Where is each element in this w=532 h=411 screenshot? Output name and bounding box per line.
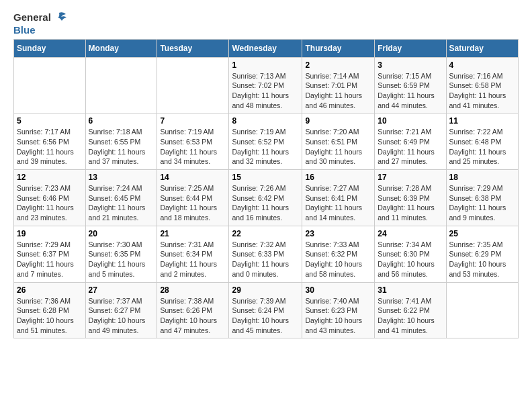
cell-content: Sunrise: 7:29 AM Sunset: 6:38 PM Dayligh… — [449, 183, 515, 223]
calendar-cell: 25Sunrise: 7:35 AM Sunset: 6:29 PM Dayli… — [446, 226, 518, 282]
day-number: 1 — [232, 60, 299, 70]
day-number: 7 — [160, 116, 226, 126]
calendar-cell: 30Sunrise: 7:40 AM Sunset: 6:23 PM Dayli… — [302, 282, 375, 338]
header: General Blue — [13, 10, 519, 36]
day-number: 13 — [89, 173, 154, 182]
calendar-cell: 26Sunrise: 7:36 AM Sunset: 6:28 PM Dayli… — [14, 282, 86, 338]
day-number: 26 — [17, 285, 83, 295]
logo: General Blue — [13, 10, 67, 36]
day-number: 19 — [17, 229, 83, 238]
day-number: 10 — [378, 116, 443, 126]
cell-content: Sunrise: 7:27 AM Sunset: 6:41 PM Dayligh… — [305, 183, 371, 223]
calendar-cell: 13Sunrise: 7:24 AM Sunset: 6:45 PM Dayli… — [85, 170, 157, 226]
cell-content: Sunrise: 7:25 AM Sunset: 6:44 PM Dayligh… — [160, 183, 226, 223]
calendar-cell: 12Sunrise: 7:23 AM Sunset: 6:46 PM Dayli… — [14, 170, 86, 226]
day-number: 9 — [305, 116, 371, 126]
calendar-cell: 18Sunrise: 7:29 AM Sunset: 6:38 PM Dayli… — [446, 170, 518, 226]
calendar-cell: 4Sunrise: 7:16 AM Sunset: 6:58 PM Daylig… — [446, 57, 518, 113]
weekday-header-wednesday: Wednesday — [229, 39, 302, 57]
calendar-cell: 31Sunrise: 7:41 AM Sunset: 6:22 PM Dayli… — [375, 282, 446, 338]
day-number: 30 — [305, 285, 371, 295]
day-number: 27 — [89, 285, 154, 295]
cell-content: Sunrise: 7:38 AM Sunset: 6:26 PM Dayligh… — [160, 296, 226, 336]
cell-content: Sunrise: 7:39 AM Sunset: 6:24 PM Dayligh… — [232, 296, 299, 336]
calendar-cell: 9Sunrise: 7:20 AM Sunset: 6:51 PM Daylig… — [302, 113, 375, 170]
cell-content: Sunrise: 7:16 AM Sunset: 6:58 PM Dayligh… — [449, 71, 515, 111]
calendar-cell: 17Sunrise: 7:28 AM Sunset: 6:39 PM Dayli… — [375, 170, 446, 226]
calendar-cell: 24Sunrise: 7:34 AM Sunset: 6:30 PM Dayli… — [375, 226, 446, 282]
cell-content: Sunrise: 7:19 AM Sunset: 6:52 PM Dayligh… — [232, 127, 299, 167]
calendar-cell: 22Sunrise: 7:32 AM Sunset: 6:33 PM Dayli… — [229, 226, 302, 282]
cell-content: Sunrise: 7:23 AM Sunset: 6:46 PM Dayligh… — [17, 183, 83, 223]
calendar-container: General Blue SundayMondayTuesdayWednesda… — [0, 0, 532, 349]
cell-content: Sunrise: 7:21 AM Sunset: 6:49 PM Dayligh… — [378, 127, 443, 167]
cell-content: Sunrise: 7:19 AM Sunset: 6:53 PM Dayligh… — [160, 127, 226, 167]
day-number: 29 — [232, 285, 299, 295]
cell-content: Sunrise: 7:33 AM Sunset: 6:32 PM Dayligh… — [305, 240, 371, 279]
day-number: 28 — [160, 285, 226, 295]
day-number: 11 — [449, 116, 515, 126]
day-number: 12 — [17, 173, 83, 182]
day-number: 14 — [160, 173, 226, 182]
weekday-header-thursday: Thursday — [302, 39, 375, 57]
cell-content: Sunrise: 7:17 AM Sunset: 6:56 PM Dayligh… — [17, 127, 83, 167]
cell-content: Sunrise: 7:24 AM Sunset: 6:45 PM Dayligh… — [89, 183, 154, 223]
day-number: 18 — [449, 173, 515, 182]
weekday-header-saturday: Saturday — [446, 39, 518, 57]
calendar-cell: 15Sunrise: 7:26 AM Sunset: 6:42 PM Dayli… — [229, 170, 302, 226]
calendar-cell: 5Sunrise: 7:17 AM Sunset: 6:56 PM Daylig… — [14, 113, 86, 170]
day-number: 6 — [89, 116, 154, 126]
day-number: 3 — [378, 60, 443, 70]
cell-content: Sunrise: 7:34 AM Sunset: 6:30 PM Dayligh… — [378, 240, 443, 279]
cell-content: Sunrise: 7:32 AM Sunset: 6:33 PM Dayligh… — [232, 240, 299, 279]
logo-general: General — [13, 12, 51, 24]
calendar-cell — [85, 57, 157, 113]
cell-content: Sunrise: 7:18 AM Sunset: 6:55 PM Dayligh… — [89, 127, 154, 167]
calendar-cell: 23Sunrise: 7:33 AM Sunset: 6:32 PM Dayli… — [302, 226, 375, 282]
weekday-header-tuesday: Tuesday — [157, 39, 229, 57]
calendar-cell: 1Sunrise: 7:13 AM Sunset: 7:02 PM Daylig… — [229, 57, 302, 113]
day-number: 4 — [449, 60, 515, 70]
calendar-cell: 20Sunrise: 7:30 AM Sunset: 6:35 PM Dayli… — [85, 226, 157, 282]
calendar-cell: 14Sunrise: 7:25 AM Sunset: 6:44 PM Dayli… — [157, 170, 229, 226]
day-number: 24 — [378, 229, 443, 238]
cell-content: Sunrise: 7:22 AM Sunset: 6:48 PM Dayligh… — [449, 127, 515, 167]
weekday-header-monday: Monday — [85, 39, 157, 57]
cell-content: Sunrise: 7:40 AM Sunset: 6:23 PM Dayligh… — [305, 296, 371, 336]
day-number: 21 — [160, 229, 226, 238]
cell-content: Sunrise: 7:30 AM Sunset: 6:35 PM Dayligh… — [89, 240, 154, 279]
day-number: 15 — [232, 173, 299, 182]
cell-content: Sunrise: 7:41 AM Sunset: 6:22 PM Dayligh… — [378, 296, 443, 336]
day-number: 2 — [305, 60, 371, 70]
calendar-cell: 11Sunrise: 7:22 AM Sunset: 6:48 PM Dayli… — [446, 113, 518, 170]
cell-content: Sunrise: 7:20 AM Sunset: 6:51 PM Dayligh… — [305, 127, 371, 167]
day-number: 23 — [305, 229, 371, 238]
calendar-cell: 3Sunrise: 7:15 AM Sunset: 6:59 PM Daylig… — [375, 57, 446, 113]
calendar-cell: 27Sunrise: 7:37 AM Sunset: 6:27 PM Dayli… — [85, 282, 157, 338]
cell-content: Sunrise: 7:13 AM Sunset: 7:02 PM Dayligh… — [232, 71, 299, 111]
day-number: 20 — [89, 229, 154, 238]
cell-content: Sunrise: 7:31 AM Sunset: 6:34 PM Dayligh… — [160, 240, 226, 279]
cell-content: Sunrise: 7:35 AM Sunset: 6:29 PM Dayligh… — [449, 240, 515, 279]
calendar-cell — [157, 57, 229, 113]
cell-content: Sunrise: 7:36 AM Sunset: 6:28 PM Dayligh… — [17, 296, 83, 336]
weekday-header-sunday: Sunday — [14, 39, 86, 57]
calendar-cell: 10Sunrise: 7:21 AM Sunset: 6:49 PM Dayli… — [375, 113, 446, 170]
calendar-table: SundayMondayTuesdayWednesdayThursdayFrid… — [13, 39, 519, 339]
calendar-cell — [14, 57, 86, 113]
calendar-cell: 21Sunrise: 7:31 AM Sunset: 6:34 PM Dayli… — [157, 226, 229, 282]
calendar-cell: 19Sunrise: 7:29 AM Sunset: 6:37 PM Dayli… — [14, 226, 86, 282]
cell-content: Sunrise: 7:28 AM Sunset: 6:39 PM Dayligh… — [378, 183, 443, 223]
cell-content: Sunrise: 7:15 AM Sunset: 6:59 PM Dayligh… — [378, 71, 443, 111]
day-number: 16 — [305, 173, 371, 182]
day-number: 31 — [378, 285, 443, 295]
calendar-cell: 28Sunrise: 7:38 AM Sunset: 6:26 PM Dayli… — [157, 282, 229, 338]
day-number: 17 — [378, 173, 443, 182]
cell-content: Sunrise: 7:37 AM Sunset: 6:27 PM Dayligh… — [89, 296, 154, 336]
logo-blue: Blue — [13, 25, 67, 36]
cell-content: Sunrise: 7:14 AM Sunset: 7:01 PM Dayligh… — [305, 71, 371, 111]
calendar-cell: 7Sunrise: 7:19 AM Sunset: 6:53 PM Daylig… — [157, 113, 229, 170]
calendar-cell: 8Sunrise: 7:19 AM Sunset: 6:52 PM Daylig… — [229, 113, 302, 170]
cell-content: Sunrise: 7:29 AM Sunset: 6:37 PM Dayligh… — [17, 240, 83, 279]
day-number: 8 — [232, 116, 299, 126]
